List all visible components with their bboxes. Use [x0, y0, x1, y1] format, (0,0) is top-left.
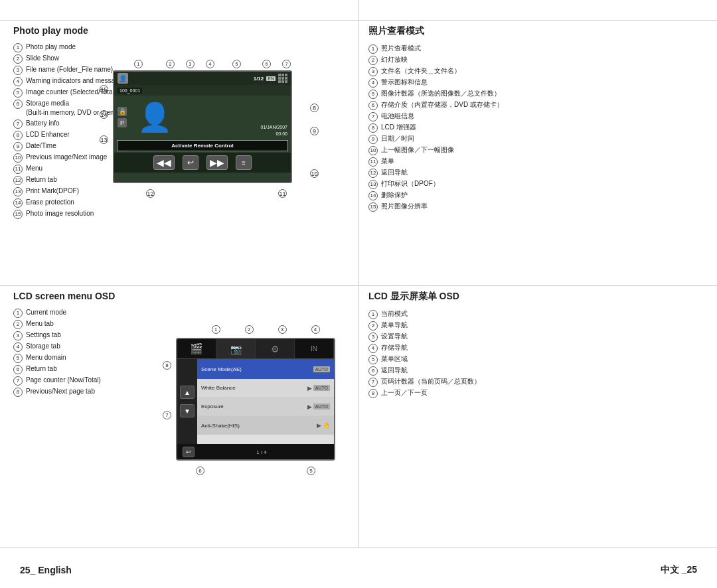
list-item: 14删除保护	[368, 190, 707, 200]
list-item: 6存储介质（内置存储器，DVD 或存储卡）	[368, 100, 707, 110]
footer-right: 中文 _25	[661, 564, 697, 576]
menu-btn[interactable]: ≡	[236, 155, 252, 170]
list-item: 3设置导航	[368, 332, 707, 342]
list-item: 11菜单	[368, 157, 707, 167]
callout-6: 6	[262, 60, 271, 68]
list-item: 4警示图标和信息	[368, 78, 707, 88]
callout-9: 9	[310, 127, 319, 135]
callout-5: 5	[232, 60, 241, 68]
list-item: 5图像计数器（所选的图像数／总文件数）	[368, 89, 707, 99]
photo-play-cn-heading: 照片查看模式	[368, 25, 707, 37]
osd-tab-video[interactable]: 🎬	[177, 339, 216, 358]
list-item: 4存储导航	[368, 343, 707, 353]
list-item: 7页码计数器（当前页码／总页数）	[368, 377, 707, 387]
osd-menu-item-antishake[interactable]: Anti-Shake(HIS) ▶ 🤚	[197, 416, 334, 435]
list-item: 13Print Mark(DPOF)	[13, 186, 339, 196]
lock-icon: 🔒	[118, 107, 127, 116]
scene-mode-label: Scene Mode(AE)	[201, 366, 242, 372]
osd-diagram-wrap: 1 2 3 4 8 7 6 5 🎬 📷 ⚙ IN	[176, 325, 355, 461]
activate-remote-banner: Activate Remote Control	[117, 140, 288, 151]
callout-7: 7	[282, 60, 291, 68]
print-icon: P	[118, 118, 127, 127]
page-counter-display: 1 / 4	[256, 449, 267, 455]
list-item: 12返回导航	[368, 168, 707, 178]
osd-down-btn[interactable]: ▼	[180, 404, 195, 417]
en-indicator: EN	[266, 76, 276, 81]
section-lcd-osd-cn: LCD 显示屏菜单 OSD 1当前模式 2菜单导航 3设置导航 4存储导航 5菜…	[368, 291, 707, 546]
callout-3: 3	[186, 60, 195, 68]
wb-auto-val: AUTO	[313, 385, 330, 391]
top-lcd-diagram: 1 2 3 4 5 6 7 15 14 13 8 9 12 11 10	[106, 60, 305, 183]
antishake-icon: 🤚	[323, 422, 330, 429]
callout-11: 11	[278, 189, 287, 198]
antishake-label: Anti-Shake(HIS)	[201, 423, 240, 429]
exposure-label: Exposure	[201, 404, 224, 409]
callout-10: 10	[310, 169, 319, 178]
osd-callout-1: 1	[212, 325, 220, 334]
footer-left: 25_ English	[20, 565, 72, 575]
list-item: 3文件名（文件夹＿文件名）	[368, 66, 707, 76]
page: Photo play mode 1Photo play mode 2Slide …	[0, 0, 717, 588]
next-btn[interactable]: ▶▶	[206, 155, 228, 170]
list-item: 1Current mode	[13, 308, 339, 318]
osd-callout-8: 8	[163, 361, 171, 370]
list-item: 1Photo play mode	[13, 42, 339, 52]
osd-callout-4: 4	[311, 325, 320, 334]
list-item: 9日期／时间	[368, 134, 707, 144]
middle-hline	[0, 285, 717, 286]
list-item: 10上一幅图像／下一幅图像	[368, 145, 707, 155]
osd-menu-item-scene[interactable]: Scene Mode(AE) AUTO	[197, 359, 334, 379]
footer: 25_ English 中文 _25	[0, 551, 717, 588]
osd-callout-7: 7	[163, 411, 171, 419]
top-lcd-screen: 👤 1/12 EN	[113, 70, 292, 183]
section-photo-play-mode-cn: 照片查看模式 1照片查看模式 2幻灯放映 3文件名（文件夹＿文件名） 4警示图标…	[368, 25, 707, 281]
prev-btn[interactable]: ◀◀	[153, 155, 175, 170]
lcd-osd-heading: LCD screen menu OSD	[13, 291, 339, 301]
image-counter: 100_0001	[118, 88, 142, 94]
list-item: 5菜单区域	[368, 354, 707, 364]
lcd-osd-cn-list: 1当前模式 2菜单导航 3设置导航 4存储导航 5菜单区域 6返回导航 7页码计…	[368, 309, 707, 398]
callout-4: 4	[206, 60, 214, 68]
list-item: 13打印标识（DPOF）	[368, 179, 707, 189]
lcd-osd-cn-heading: LCD 显示屏菜单 OSD	[368, 291, 707, 303]
person-silhouette: 👤	[137, 104, 172, 131]
osd-tab-storage[interactable]: IN	[295, 339, 334, 358]
photo-play-heading: Photo play mode	[13, 25, 339, 36]
list-item: 2菜单导航	[368, 321, 707, 331]
callout-15: 15	[100, 85, 108, 94]
osd-callout-3: 3	[278, 325, 287, 334]
osd-up-btn[interactable]: ▲	[180, 386, 195, 399]
list-item: 6返回导航	[368, 366, 707, 376]
center-vline	[358, 0, 359, 548]
bottom-line	[0, 548, 717, 548]
white-balance-label: White Balance	[201, 385, 236, 391]
callout-2: 2	[166, 60, 175, 68]
callout-13: 13	[100, 135, 108, 144]
list-item: 1当前模式	[368, 309, 707, 319]
list-item: 8LCD 增强器	[368, 123, 707, 133]
list-item: 1照片查看模式	[368, 44, 707, 54]
list-item: 2幻灯放映	[368, 55, 707, 65]
callout-8: 8	[310, 104, 319, 112]
callout-1: 1	[134, 60, 143, 68]
date-time-display: 01/JAN/200700:00	[261, 124, 287, 137]
list-item: 14Erase protection	[13, 198, 339, 208]
scene-auto-val: AUTO	[313, 366, 330, 372]
photo-play-cn-list: 1照片查看模式 2幻灯放映 3文件名（文件夹＿文件名） 4警示图标和信息 5图像…	[368, 44, 707, 212]
osd-tab-photo[interactable]: 📷	[216, 339, 256, 358]
osd-tab-settings[interactable]: ⚙	[256, 339, 295, 358]
callout-14: 14	[100, 110, 108, 119]
return-btn[interactable]: ↩	[183, 155, 199, 170]
grid-icon	[278, 74, 287, 83]
osd-callout-6: 6	[196, 467, 204, 475]
osd-callout-2: 2	[245, 325, 254, 334]
osd-return-btn[interactable]: ↩	[183, 447, 195, 457]
fraction-display: 1/12	[254, 76, 264, 82]
list-item: 7电池组信息	[368, 111, 707, 121]
osd-menu-item-exposure[interactable]: Exposure ▶ AUTO	[197, 398, 334, 416]
list-item: 8上一页／下一页	[368, 388, 707, 398]
osd-menu-item-wb[interactable]: White Balance ▶ AUTO	[197, 379, 334, 398]
list-item: 15Photo image resolution	[13, 209, 339, 219]
osd-screen: 🎬 📷 ⚙ IN ▲ ▼ Scene M	[176, 338, 335, 461]
osd-callout-5: 5	[307, 467, 315, 475]
